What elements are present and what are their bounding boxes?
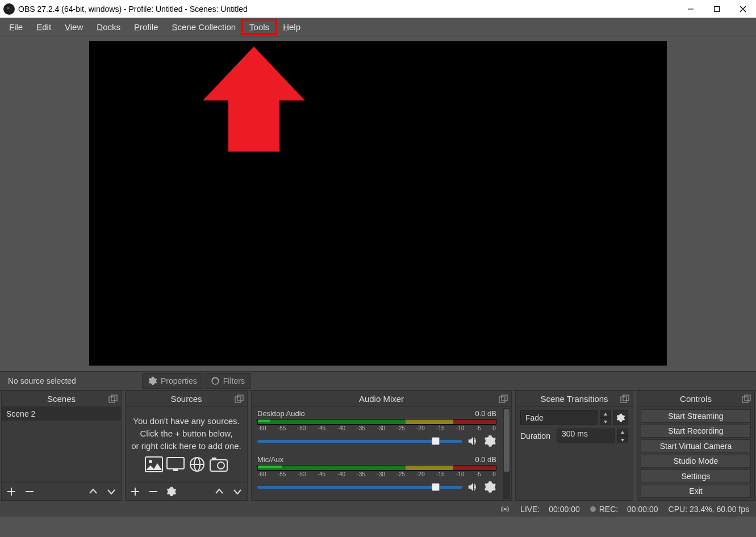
properties-label: Properties (161, 376, 197, 385)
image-source-icon (145, 456, 163, 472)
volume-slider[interactable] (257, 440, 462, 443)
svg-rect-22 (499, 397, 505, 402)
scene-up-button[interactable] (87, 485, 99, 498)
status-rec: REC: 00:00:00 (590, 505, 658, 514)
sources-toolbar (125, 483, 248, 501)
transitions-dock: Scene Transitions Fade Duration 300 ms (515, 391, 633, 501)
channel-db: 0.0 dB (475, 455, 496, 464)
transition-select[interactable]: Fade (520, 410, 598, 425)
svg-rect-23 (502, 395, 507, 401)
svg-rect-14 (167, 458, 184, 469)
menu-tools[interactable]: Tools (243, 20, 276, 34)
transitions-header: Scene Transitions (516, 391, 633, 407)
menu-help[interactable]: Help (276, 20, 307, 34)
menu-profile[interactable]: Profile (127, 20, 165, 34)
speaker-icon[interactable] (467, 481, 479, 493)
browser-source-icon (188, 456, 206, 472)
controls-dock: Controls Start Streaming Start Recording… (637, 391, 755, 501)
settings-button[interactable]: Settings (641, 469, 751, 483)
popout-icon[interactable] (620, 395, 629, 404)
svg-point-1 (7, 6, 10, 9)
mixer-channel-desktop: Desktop Audio 0.0 dB -60-55-50-45-40-35-… (252, 407, 502, 447)
duration-up-button[interactable] (617, 429, 628, 436)
svg-marker-6 (203, 47, 305, 152)
annotation-arrow-icon (203, 47, 305, 154)
svg-point-20 (218, 462, 224, 469)
svg-rect-3 (715, 6, 720, 11)
transition-up-button[interactable] (600, 410, 611, 418)
menu-view[interactable]: View (58, 20, 90, 34)
start-streaming-button[interactable]: Start Streaming (641, 409, 751, 423)
duration-label: Duration (520, 431, 554, 440)
mixer-scrollbar[interactable] (503, 408, 510, 499)
sources-header: Sources (126, 391, 247, 407)
add-scene-button[interactable] (5, 485, 18, 498)
svg-rect-10 (235, 397, 241, 402)
duration-input[interactable]: 300 ms (557, 429, 615, 443)
svg-rect-24 (621, 397, 626, 402)
popout-icon[interactable] (235, 395, 244, 404)
maximize-button[interactable] (704, 0, 730, 18)
display-source-icon (166, 456, 185, 472)
audio-mixer-dock: Audio Mixer Desktop Audio 0.0 dB -60-55-… (251, 391, 512, 501)
remove-scene-button[interactable] (23, 485, 36, 498)
menu-edit[interactable]: Edit (30, 20, 58, 34)
filters-icon (211, 376, 220, 385)
svg-rect-25 (623, 395, 629, 401)
svg-point-38 (504, 508, 506, 510)
exit-button[interactable]: Exit (641, 485, 751, 498)
sources-empty-text: You don't have any sources. Click the + … (126, 407, 247, 480)
start-virtual-camera-button[interactable]: Start Virtual Camera (641, 439, 751, 453)
volume-slider[interactable] (257, 486, 462, 489)
gear-icon[interactable] (484, 435, 496, 447)
scene-item[interactable]: Scene 2 (2, 407, 121, 421)
minimize-button[interactable] (678, 0, 704, 18)
mixer-header: Audio Mixer (252, 391, 511, 407)
preview-canvas[interactable] (89, 41, 667, 366)
svg-marker-26 (604, 413, 607, 416)
audio-meter (257, 419, 496, 425)
source-down-button[interactable] (231, 485, 244, 498)
svg-point-0 (6, 6, 12, 12)
svg-rect-21 (212, 458, 216, 460)
speaker-icon[interactable] (467, 435, 479, 447)
scene-down-button[interactable] (105, 485, 118, 498)
scenes-header: Scenes (2, 391, 121, 407)
close-button[interactable] (730, 0, 756, 18)
audio-meter (257, 465, 496, 471)
source-settings-button[interactable] (165, 485, 178, 498)
filters-button[interactable]: Filters (204, 373, 251, 389)
svg-marker-28 (621, 431, 624, 434)
remove-source-button[interactable] (147, 485, 160, 498)
svg-marker-27 (604, 421, 607, 423)
menu-file[interactable]: File (2, 20, 30, 34)
svg-rect-8 (109, 397, 115, 402)
svg-rect-30 (742, 397, 748, 402)
filters-label: Filters (223, 376, 245, 385)
add-source-button[interactable] (129, 485, 141, 498)
popout-icon[interactable] (742, 395, 751, 404)
app-icon (3, 3, 15, 15)
scenes-toolbar (1, 483, 122, 501)
popout-icon[interactable] (108, 395, 118, 404)
transition-settings-button[interactable] (613, 410, 628, 425)
transition-down-button[interactable] (600, 418, 611, 425)
source-up-button[interactable] (213, 485, 225, 498)
studio-mode-button[interactable]: Studio Mode (641, 455, 751, 468)
gear-icon (148, 376, 157, 385)
mixer-channel-mic: Mic/Aux 0.0 dB -60-55-50-45-40-35-30-25-… (252, 453, 502, 493)
popout-icon[interactable] (499, 395, 508, 404)
controls-header: Controls (637, 391, 754, 407)
gear-icon[interactable] (484, 481, 496, 493)
svg-rect-31 (745, 395, 750, 401)
svg-point-13 (149, 460, 152, 463)
window-title: OBS 27.2.4 (64-bit, windows) - Profile: … (18, 5, 678, 14)
menu-docks[interactable]: Docks (90, 20, 127, 34)
properties-button[interactable]: Properties (142, 373, 203, 389)
window-titlebar: OBS 27.2.4 (64-bit, windows) - Profile: … (0, 0, 756, 18)
duration-down-button[interactable] (617, 436, 628, 443)
channel-name: Desktop Audio (257, 409, 305, 418)
start-recording-button[interactable]: Start Recording (641, 425, 751, 438)
status-live: LIVE: 00:00:00 (520, 505, 580, 514)
menu-scene-collection[interactable]: Scene Collection (165, 20, 243, 34)
